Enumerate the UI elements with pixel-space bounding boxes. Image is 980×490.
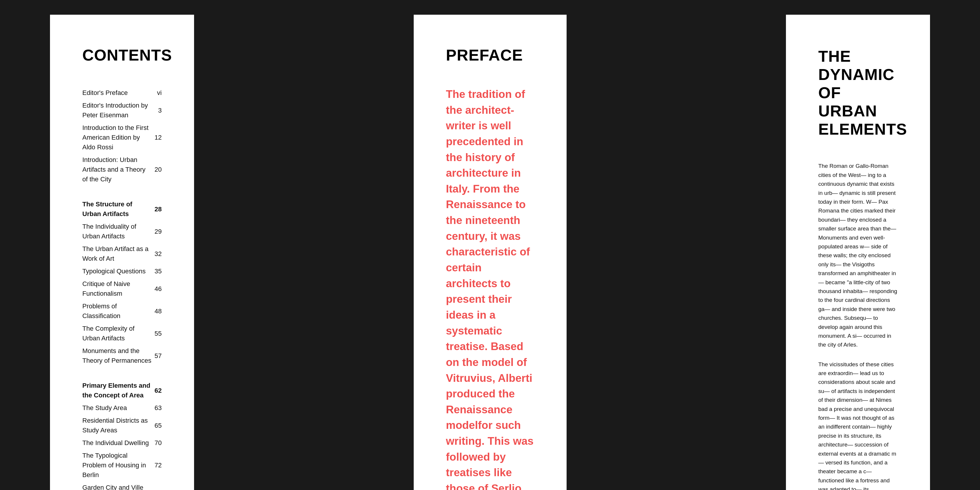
toc-row: Introduction: Urban Artifacts and a Theo… <box>82 153 162 186</box>
preface-body: The tradition of the architect-writer is… <box>446 86 534 490</box>
toc-entry-label: Editor's Introduction by Peter Eisenman <box>82 99 152 121</box>
toc-entry-page: 63 <box>152 401 162 414</box>
toc-entry-label: The Typological Problem of Housing in Be… <box>82 449 152 481</box>
toc-row: The Structure of Urban Artifacts28 <box>82 192 162 220</box>
contents-title: CONTENTS <box>82 47 162 63</box>
toc-row: Typological Questions35 <box>82 265 162 277</box>
toc-entry-label: Problems of Classification <box>82 300 152 322</box>
toc-entry-page: 70 <box>152 436 162 449</box>
dynamic-page: THE DYNAMIC OF URBAN ELEMENTS The Roman … <box>786 15 930 490</box>
toc-row: Editor's Prefacevi <box>82 86 162 99</box>
toc-entry-label: The Structure of Urban Artifacts <box>82 192 152 220</box>
toc-table: Editor's PrefaceviEditor's Introduction … <box>82 86 162 490</box>
toc-entry-label: Garden City and Ville Radieuse <box>82 481 152 490</box>
toc-row: The Individual Dwelling70 <box>82 436 162 449</box>
toc-row: The Urban Artifact as a Work of Art32 <box>82 242 162 265</box>
toc-row: Primary Elements and the Concept of Area… <box>82 374 162 401</box>
toc-entry-page: 65 <box>152 414 162 436</box>
preface-page: PREFACE The tradition of the architect-w… <box>414 15 566 490</box>
toc-entry-label: Monuments and the Theory of Permanences <box>82 345 152 367</box>
toc-row: The Study Area63 <box>82 401 162 414</box>
toc-entry-label: The Individual Dwelling <box>82 436 152 449</box>
toc-entry-page: 35 <box>152 265 162 277</box>
toc-entry-page: 29 <box>152 220 162 242</box>
toc-entry-label: Primary Elements and the Concept of Area <box>82 374 152 401</box>
toc-entry-label: Typological Questions <box>82 265 152 277</box>
toc-entry-page: vi <box>152 86 162 99</box>
dynamic-title-line1: THE DYNAMIC OF <box>818 47 894 102</box>
toc-row: Residential Districts as Study Areas65 <box>82 414 162 436</box>
toc-row: The Individuality of Urban Artifacts29 <box>82 220 162 242</box>
toc-entry-page: 12 <box>152 121 162 153</box>
dynamic-paragraph: The vicissitudes of these cities are ext… <box>818 360 898 490</box>
toc-entry-label: Residential Districts as Study Areas <box>82 414 152 436</box>
toc-entry-page: 82 <box>152 481 162 490</box>
toc-entry-page: 72 <box>152 449 162 481</box>
toc-entry-label: Editor's Preface <box>82 86 152 99</box>
toc-row: Critique of Naive Functionalism46 <box>82 277 162 300</box>
toc-row: Problems of Classification48 <box>82 300 162 322</box>
toc-entry-label: The Individuality of Urban Artifacts <box>82 220 152 242</box>
toc-entry-label: Introduction: Urban Artifacts and a Theo… <box>82 153 152 186</box>
toc-entry-label: The Urban Artifact as a Work of Art <box>82 242 152 265</box>
dynamic-body: The Roman or Gallo-Roman cities of the W… <box>818 162 898 490</box>
toc-entry-page: 20 <box>152 153 162 186</box>
toc-entry-page: 32 <box>152 242 162 265</box>
preface-title: PREFACE <box>446 47 534 63</box>
toc-row: Monuments and the Theory of Permanences5… <box>82 345 162 367</box>
toc-entry-page: 55 <box>152 322 162 345</box>
toc-row: Garden City and Ville Radieuse82 <box>82 481 162 490</box>
toc-row: Editor's Introduction by Peter Eisenman3 <box>82 99 162 121</box>
toc-entry-page: 3 <box>152 99 162 121</box>
toc-entry-label: The Complexity of Urban Artifacts <box>82 322 152 345</box>
toc-entry-label: The Study Area <box>82 401 152 414</box>
dynamic-title: THE DYNAMIC OF URBAN ELEMENTS <box>818 47 898 138</box>
dynamic-paragraph: The Roman or Gallo-Roman cities of the W… <box>818 162 898 349</box>
contents-page: CONTENTS Editor's PrefaceviEditor's Intr… <box>50 15 194 490</box>
toc-entry-page: 62 <box>152 374 162 401</box>
toc-row: Introduction to the First American Editi… <box>82 121 162 153</box>
toc-row: The Complexity of Urban Artifacts55 <box>82 322 162 345</box>
pages-container: CONTENTS Editor's PrefaceviEditor's Intr… <box>0 15 980 475</box>
toc-entry-page: 46 <box>152 277 162 300</box>
toc-entry-label: Critique of Naive Functionalism <box>82 277 152 300</box>
toc-row: The Typological Problem of Housing in Be… <box>82 449 162 481</box>
toc-entry-page: 28 <box>152 192 162 220</box>
toc-entry-page: 57 <box>152 345 162 367</box>
dynamic-title-line2: URBAN ELEMENTS <box>818 102 907 138</box>
toc-entry-label: Introduction to the First American Editi… <box>82 121 152 153</box>
toc-entry-page: 48 <box>152 300 162 322</box>
